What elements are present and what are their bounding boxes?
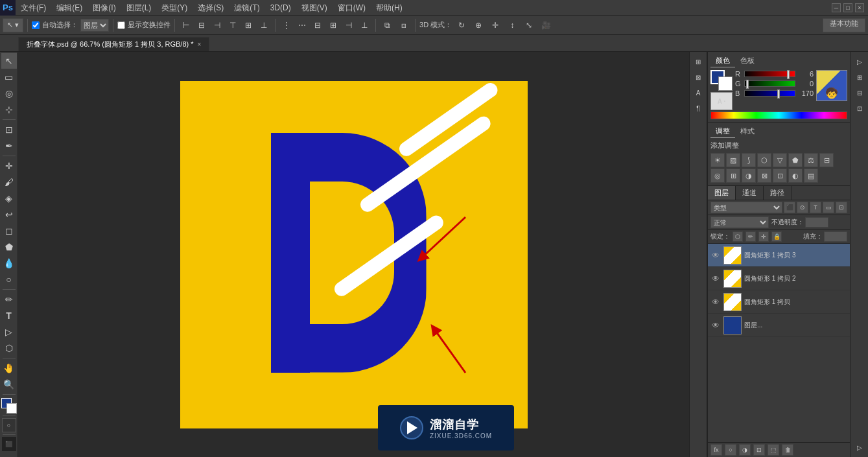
align-center-h-btn[interactable]: ⊟	[194, 18, 209, 32]
dist-v-btn[interactable]: ⋯	[295, 18, 309, 32]
hue-icon[interactable]: ⬟	[788, 153, 803, 167]
colorbalance-icon[interactable]: ⚖	[804, 153, 818, 167]
layout-1-btn[interactable]: ⧉	[380, 18, 394, 32]
menu-image[interactable]: 图像(I)	[88, 0, 121, 16]
b-slider-thumb[interactable]	[777, 89, 780, 99]
transform-checkbox[interactable]	[117, 21, 125, 29]
history-brush-tool[interactable]: ↩	[1, 207, 17, 222]
lock-transparent-icon[interactable]: ⬡	[733, 231, 743, 242]
layer-item-3[interactable]: 👁 图层...	[708, 314, 850, 337]
dist-4-btn[interactable]: ⊣	[342, 18, 356, 32]
r-slider-thumb[interactable]	[787, 70, 790, 79]
layer-filter-adj-icon[interactable]: ⊙	[797, 202, 808, 213]
dock-icon-2[interactable]: ⊞	[852, 70, 867, 84]
menu-filter[interactable]: 滤镜(T)	[229, 0, 264, 16]
posterize-icon[interactable]: ⊠	[757, 169, 771, 183]
auto-select-checkbox[interactable]	[32, 21, 40, 29]
document-tab[interactable]: 折叠字体.psd @ 66.7% (圆角矩形 1 拷贝 3, RGB/8) * …	[18, 37, 209, 51]
invert-icon[interactable]: ◑	[742, 169, 756, 183]
exposure-icon[interactable]: ⬡	[757, 153, 771, 167]
align-top-btn[interactable]: ⊤	[226, 18, 240, 32]
hand-tool[interactable]: 🤚	[1, 360, 17, 376]
menu-help[interactable]: 帮助(H)	[371, 0, 408, 16]
move-tool-btn[interactable]: ↖ ▾	[3, 18, 23, 32]
menu-3d[interactable]: 3D(D)	[265, 0, 296, 16]
dodge-tool[interactable]: ○	[1, 272, 17, 287]
dist-5-btn[interactable]: ⊥	[357, 18, 371, 32]
layer-filter-shape-icon[interactable]: ▭	[823, 202, 834, 213]
3d-rotate-btn[interactable]: ↻	[454, 18, 469, 32]
dock-icon-1[interactable]: ▷	[852, 54, 867, 69]
new-fill-adj-btn[interactable]: ◑	[739, 444, 751, 456]
dock-icon-3[interactable]: ⊟	[852, 86, 867, 100]
3d-pan-btn[interactable]: ✛	[488, 18, 502, 32]
opacity-input[interactable]: 100%	[805, 217, 828, 228]
dist-2-btn[interactable]: ⊟	[311, 18, 325, 32]
lock-pixels-icon[interactable]: ✏	[745, 231, 756, 242]
3d-orbit-btn[interactable]: ⊕	[471, 18, 486, 32]
eraser-tool[interactable]: ◻	[1, 223, 17, 239]
align-bottom-btn[interactable]: ⊥	[257, 18, 271, 32]
menu-file[interactable]: 文件(F)	[16, 0, 51, 16]
auto-select-dropdown[interactable]: 图层	[80, 19, 109, 32]
layer-item-2[interactable]: 👁 圆角矩形 1 拷贝	[708, 290, 850, 314]
wm-play-button[interactable]	[400, 416, 423, 439]
quick-mask-btn[interactable]: ○	[2, 418, 16, 432]
curves-icon[interactable]: ⟆	[742, 153, 756, 167]
layer-filter-type-icon[interactable]: T	[810, 202, 821, 213]
3d-scale-btn[interactable]: ⤡	[522, 18, 536, 32]
layer-item-1[interactable]: 👁 圆角矩形 1 拷贝 2	[708, 267, 850, 290]
tab-paths[interactable]: 路径	[764, 186, 792, 200]
dist-h-btn[interactable]: ⋮	[279, 18, 294, 32]
path-tool[interactable]: ▷	[1, 324, 17, 340]
menu-type[interactable]: 类型(Y)	[156, 0, 193, 16]
tab-close-btn[interactable]: ×	[198, 41, 202, 48]
panel-toggle-3[interactable]: A	[691, 86, 705, 100]
fill-input[interactable]: 100%	[824, 231, 847, 242]
panel-toggle-2[interactable]: ⊠	[691, 70, 705, 84]
b-slider-track[interactable]	[744, 90, 795, 97]
tab-style[interactable]: 样式	[735, 125, 760, 138]
selective-color-icon[interactable]: ◐	[788, 169, 803, 183]
fg-color-swatch[interactable]	[1, 398, 17, 414]
collapse-panel-btn[interactable]: ▷	[852, 440, 867, 454]
menu-view[interactable]: 视图(V)	[296, 0, 333, 16]
r-slider-track[interactable]	[744, 71, 795, 77]
canvas-area[interactable]: 溜溜自学 ZIXUE.3D66.COM	[18, 52, 689, 457]
screen-mode-btn[interactable]: ⬛	[2, 437, 16, 451]
lasso-tool[interactable]: ◎	[1, 86, 17, 101]
align-right-btn[interactable]: ⊣	[210, 18, 224, 32]
delete-layer-btn[interactable]: 🗑	[782, 444, 793, 456]
g-slider-thumb[interactable]	[746, 80, 749, 89]
panel-toggle-4[interactable]: ¶	[691, 101, 705, 115]
channel-mixer-icon[interactable]: ⊞	[726, 169, 740, 183]
tab-layers[interactable]: 图层	[708, 186, 736, 200]
marquee-tool[interactable]: ▭	[1, 69, 17, 85]
maximize-btn[interactable]: □	[843, 3, 852, 12]
dock-icon-4[interactable]: ⊡	[852, 101, 867, 115]
layer-filter-smart-icon[interactable]: ⊡	[836, 202, 847, 213]
zoom-tool[interactable]: 🔍	[1, 377, 17, 392]
menu-window[interactable]: 窗口(W)	[333, 0, 371, 16]
menu-select[interactable]: 选择(S)	[193, 0, 229, 16]
add-mask-btn[interactable]: ○	[725, 444, 736, 456]
menu-layer[interactable]: 图层(L)	[121, 0, 157, 16]
layer-visibility-0[interactable]: 👁	[710, 250, 721, 261]
heal-tool[interactable]: ✛	[1, 158, 17, 174]
layer-visibility-3[interactable]: 👁	[710, 320, 721, 331]
dist-3-btn[interactable]: ⊞	[326, 18, 340, 32]
bg-swatch[interactable]	[718, 76, 733, 91]
3d-cam-btn[interactable]: 🎥	[539, 18, 553, 32]
layer-filter-pixel-icon[interactable]: ⬛	[784, 202, 795, 213]
vibrance-icon[interactable]: ▽	[773, 153, 787, 167]
bw-icon[interactable]: ⊟	[819, 153, 834, 167]
layer-visibility-2[interactable]: 👁	[710, 297, 721, 307]
brush-tool[interactable]: 🖌	[1, 174, 17, 190]
lock-all-icon[interactable]: 🔒	[771, 231, 782, 242]
clone-tool[interactable]: ◈	[1, 191, 17, 206]
tab-channels[interactable]: 通道	[736, 186, 764, 200]
layer-item-0[interactable]: 👁 圆角矩形 1 拷贝 3	[708, 244, 850, 267]
minimize-btn[interactable]: ─	[832, 3, 841, 12]
tab-swatches[interactable]: 色板	[735, 54, 760, 67]
layer-visibility-1[interactable]: 👁	[710, 274, 721, 284]
